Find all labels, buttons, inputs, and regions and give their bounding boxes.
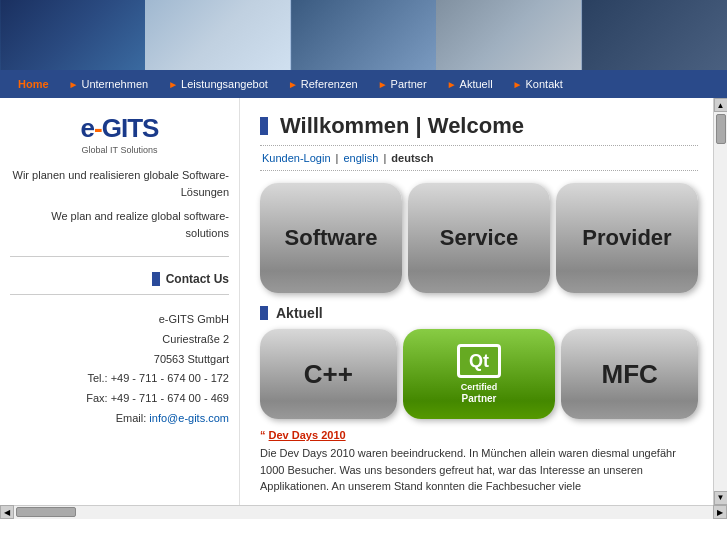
sidebar-desc-en: We plan and realize global software-solu… [10, 208, 229, 241]
scroll-right-button[interactable]: ▶ [713, 505, 727, 519]
main-container: e-GITS Global IT Solutions Wir planen un… [0, 98, 713, 505]
nav-item-referenzen[interactable]: ► Referenzen [278, 70, 368, 98]
tech-qt: Qt Certified Partner [403, 329, 556, 419]
fax: Fax: +49 - 711 - 674 00 - 469 [10, 389, 229, 409]
ssp-provider: Provider [556, 183, 698, 293]
banner-section-3 [291, 0, 436, 70]
tech-icons-container: C++ Qt Certified Partner [260, 329, 698, 419]
logo-area: e-GITS Global IT Solutions [10, 113, 229, 155]
qt-inner: Qt Certified Partner [411, 337, 548, 411]
lang-de-active: deutsch [391, 152, 433, 164]
ssp-service: Service [408, 183, 550, 293]
email-label: Email: [116, 412, 147, 424]
aktuell-header: Aktuell [260, 305, 698, 321]
vertical-scrollbar[interactable]: ▲ ▼ [713, 98, 727, 505]
news-quote: “ [260, 429, 266, 441]
nav-item-aktuell[interactable]: ► Aktuell [437, 70, 503, 98]
banner-section-4 [436, 0, 581, 70]
logo-dash: - [94, 113, 102, 143]
sidebar-desc-de: Wir planen und realisieren globale Softw… [10, 167, 229, 200]
nav-bar: Home ► Unternehmen ► Leistungsangebot ► … [0, 70, 727, 98]
nav-arrow: ► [288, 79, 298, 90]
sidebar-divider [10, 256, 229, 257]
body-area: e-GITS Global IT Solutions Wir planen un… [0, 98, 727, 505]
nav-arrow: ► [447, 79, 457, 90]
content-divider-1 [260, 145, 698, 146]
banner-section-2 [145, 0, 290, 70]
sep2: | [383, 152, 386, 164]
banner-section-5 [582, 0, 727, 70]
tech-mfc: MFC [561, 329, 698, 419]
company-name: e-GITS GmbH [10, 310, 229, 330]
nav-arrow: ► [378, 79, 388, 90]
contact-blue-bar [152, 272, 160, 286]
header-banner [0, 0, 727, 70]
logo-subtitle: Global IT Solutions [10, 145, 229, 155]
contact-us-label: Contact Us [166, 272, 229, 286]
nav-arrow: ► [69, 79, 79, 90]
logo-gits: GITS [102, 113, 159, 143]
tel: Tel.: +49 - 711 - 674 00 - 172 [10, 369, 229, 389]
nav-item-kontakt[interactable]: ► Kontakt [503, 70, 573, 98]
ssp-container: Software Service Provider [260, 183, 698, 293]
aktuell-label: Aktuell [276, 305, 323, 321]
nav-item-home[interactable]: Home [8, 70, 59, 98]
contact-us-header: Contact Us [10, 272, 229, 286]
scroll-down-button[interactable]: ▼ [714, 491, 728, 505]
content-divider-2 [260, 170, 698, 171]
qt-logo-text: Qt [469, 351, 489, 372]
logo-e: e [81, 113, 94, 143]
lang-en-link[interactable]: english [344, 152, 379, 164]
contact-info: e-GITS GmbH Curiestraße 2 70563 Stuttgar… [10, 310, 229, 429]
qt-partner: Partner [462, 393, 497, 404]
ssp-software: Software [260, 183, 402, 293]
horizontal-scrollbar[interactable]: ◀ ▶ [0, 505, 727, 519]
nav-item-partner[interactable]: ► Partner [368, 70, 437, 98]
news-body: Die Dev Days 2010 waren beeindruckend. I… [260, 445, 698, 495]
contact-divider [10, 294, 229, 295]
nav-arrow: ► [513, 79, 523, 90]
email-line: Email: info@e-gits.com [10, 409, 229, 429]
scroll-thumb[interactable] [716, 114, 726, 144]
news-title: “ Dev Days 2010 [260, 429, 698, 441]
sep1: | [336, 152, 339, 164]
scroll-up-button[interactable]: ▲ [714, 98, 728, 112]
tech-cpp: C++ [260, 329, 397, 419]
nav-item-leistungsangebot[interactable]: ► Leistungsangebot [158, 70, 278, 98]
city: 70563 Stuttgart [10, 350, 229, 370]
email-link[interactable]: info@e-gits.com [149, 412, 229, 424]
main-content: Willkommen | Welcome Kunden-Login | engl… [240, 98, 713, 505]
street: Curiestraße 2 [10, 330, 229, 350]
scroll-left-button[interactable]: ◀ [0, 505, 14, 519]
logo: e-GITS [10, 113, 229, 144]
horizontal-scroll-thumb[interactable] [16, 507, 76, 517]
news-title-text[interactable]: Dev Days 2010 [269, 429, 346, 441]
content-scroll-area: e-GITS Global IT Solutions Wir planen un… [0, 98, 713, 505]
qt-certified: Certified [461, 382, 498, 393]
page-wrapper: Home ► Unternehmen ► Leistungsangebot ► … [0, 0, 727, 519]
login-links: Kunden-Login | english | deutsch [260, 152, 698, 164]
banner-section-1 [0, 0, 145, 70]
sidebar: e-GITS Global IT Solutions Wir planen un… [0, 98, 240, 505]
kunden-login-link[interactable]: Kunden-Login [262, 152, 331, 164]
welcome-title: Willkommen | Welcome [260, 113, 698, 139]
qt-logo: Qt [457, 344, 501, 378]
nav-item-unternehmen[interactable]: ► Unternehmen [59, 70, 159, 98]
nav-arrow: ► [168, 79, 178, 90]
